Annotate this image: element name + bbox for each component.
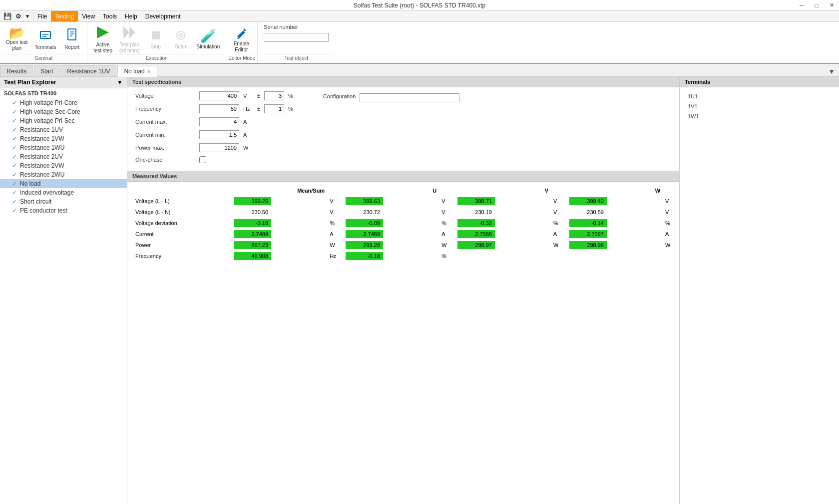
menu-development[interactable]: Development [141,11,185,21]
sidebar: Test Plan Explorer ▼ SOLFAS STD TR400 ✓ … [0,77,127,504]
voltage-deviation-row: Voltage deviation -0.18 % -0.09 % -0.32 … [127,218,679,229]
dropdown-arrow-icon[interactable]: ▼ [24,13,31,19]
voltage-deviation-label: Voltage deviation [127,218,232,229]
sidebar-item-pe-conductor[interactable]: ✓ PE conductor test [0,206,127,215]
settings-icon[interactable]: ⚙ [14,12,23,20]
power-max-input[interactable] [199,143,239,152]
tab-no-load[interactable]: No load ✕ [117,66,157,77]
sidebar-item-label: Resistance 1UV [20,126,63,133]
sidebar-item-label: No load [20,180,40,187]
window-title: Solfas Test Suite (root) - SOLFAS STD TR… [354,2,485,9]
check-icon: ✓ [12,99,17,106]
tab-start[interactable]: Start [34,65,59,76]
tab-resistance-1uv[interactable]: Resistance 1UV [60,65,116,76]
sidebar-item-hv-pri-sec[interactable]: ✓ High voltage Pri-Sec [0,116,127,125]
active-test-step-button[interactable]: Activetest step [90,24,115,54]
sidebar-item-resistance-1vw[interactable]: ✓ Resistance 1VW [0,134,127,143]
report-button[interactable]: Report [60,24,84,54]
minimize-button[interactable]: ─ [794,0,809,11]
sidebar-item-short-circuit[interactable]: ✓ Short circuit [0,197,127,206]
voltage-input[interactable] [199,91,239,100]
window-controls[interactable]: ─ □ ✕ [794,0,839,11]
frequency-input[interactable] [199,104,239,113]
sidebar-item-induced-overvoltage[interactable]: ✓ Induced overvoltage [0,188,127,197]
menu-testing[interactable]: Testing [51,11,78,21]
current-min-row: Current min. A [135,130,293,139]
frequency-tolerance-input[interactable] [264,104,284,113]
main-content: Test specifications Voltage V ± % [127,77,679,504]
spec-fields: Voltage V ± % Frequency [135,91,293,167]
col-u-header: U [344,186,440,196]
serial-number-input[interactable] [264,33,329,42]
sidebar-item-resistance-2uv[interactable]: ✓ Resistance 2UV [0,152,127,161]
current-max-input[interactable] [199,117,239,126]
configuration-input[interactable] [360,93,459,102]
voltage-ln-row: Voltage (L - N) 230.50 V 230.72 V 230.19… [127,207,679,218]
sidebar-item-hv-pri-core[interactable]: ✓ High voltage Pri-Core [0,98,127,107]
voltage-unit: V [243,93,253,99]
ribbon-group-editor-mode: EnableEditor Editor Mode [226,22,258,63]
scan-icon [174,28,188,44]
content-with-terminals: Test specifications Voltage V ± % [127,77,839,504]
svg-marker-8 [123,26,129,38]
enable-editor-button[interactable]: EnableEditor [229,24,253,54]
sidebar-root-item[interactable]: SOLFAS STD TR400 [0,88,127,98]
ribbon-group-test-object-label: Test object [260,54,333,63]
menu-view[interactable]: View [78,11,99,21]
col-label-header [127,186,232,196]
tab-no-load-close[interactable]: ✕ [147,69,151,74]
frequency-label: Frequency [135,106,195,112]
check-icon: ✓ [12,144,17,151]
terminals-icon [38,27,52,44]
menu-tools[interactable]: Tools [99,11,121,21]
one-phase-checkbox[interactable] [199,156,206,163]
measured-values-table: Mean/Sum U V W [127,186,679,261]
save-icon[interactable]: 💾 [2,12,13,20]
voltage-tolerance-input[interactable] [264,91,284,100]
open-test-plan-button[interactable]: 📂 Open testplan [3,24,30,54]
test-plan-all-button[interactable]: Test plan(all tests) [116,24,143,54]
sidebar-item-label: High voltage Pri-Core [20,99,77,106]
check-icon: ✓ [12,180,17,187]
sidebar-item-label: Short circuit [20,198,51,205]
tab-scroll-button[interactable]: ▼ [826,66,837,76]
sidebar-item-label: PE conductor test [20,207,67,214]
sidebar-item-resistance-2vw[interactable]: ✓ Resistance 2VW [0,161,127,170]
current-max-label: Current max. [135,119,195,125]
tab-results[interactable]: Results [0,65,33,76]
menu-file[interactable]: File [33,11,51,21]
simulation-button[interactable]: 🧪 Simulation [194,24,223,54]
sidebar-item-resistance-1uv[interactable]: ✓ Resistance 1UV [0,125,127,134]
measured-values-header: Measured Values [127,171,679,182]
power-max-label: Power max. [135,145,195,151]
title-bar: Solfas Test Suite (root) - SOLFAS STD TR… [0,0,839,11]
power-max-unit: W [243,145,253,151]
terminal-1v1: 1V1 [680,101,839,111]
current-min-input[interactable] [199,130,239,139]
menu-help[interactable]: Help [121,11,141,21]
check-icon: ✓ [12,162,17,169]
sidebar-item-label: Induced overvoltage [20,189,74,196]
sidebar-item-resistance-1wu[interactable]: ✓ Resistance 1WU [0,143,127,152]
stop-button[interactable]: Stop [144,24,168,54]
terminals-header: Terminals [680,77,839,87]
sidebar-item-resistance-2wu[interactable]: ✓ Resistance 2WU [0,170,127,179]
scan-button[interactable]: Scan [169,24,193,54]
configuration-area: Configuration [323,91,459,167]
col-mean-header: Mean/Sum [232,186,329,196]
voltage-ll-row: Voltage (L - L) 399.25 V 399.63 V 398.71… [127,196,679,207]
voltage-row: Voltage V ± % [135,91,293,100]
sidebar-item-no-load[interactable]: ✓ No load [0,179,127,188]
voltage-ll-mean: 399.25 [232,196,329,207]
maximize-button[interactable]: □ [809,0,824,11]
ribbon-group-execution-label: Execution [89,54,224,63]
frequency-meas-row: Frequency 49.908 Hz -0.18 % [127,251,679,261]
power-row: Power 897.23 W 299.28 W 298.97 W 298.96 … [127,240,679,251]
check-icon: ✓ [12,189,17,196]
close-button[interactable]: ✕ [824,0,839,11]
sidebar-dropdown-icon[interactable]: ▼ [117,79,123,86]
menu-bar: File Testing View Tools Help Development [33,11,185,21]
sidebar-item-hv-sec-core[interactable]: ✓ High voltage Sec-Core [0,107,127,116]
sidebar-title: Test Plan Explorer [4,79,56,86]
terminals-button[interactable]: Terminals [31,24,59,54]
